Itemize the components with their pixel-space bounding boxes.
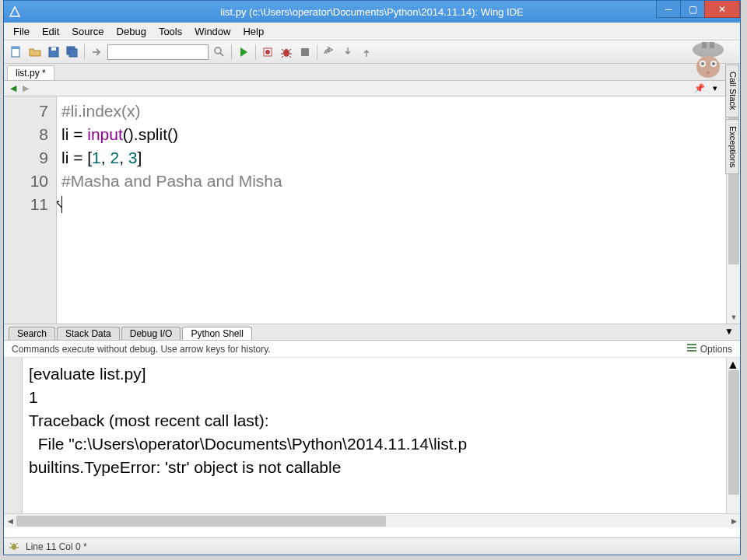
svg-point-11 xyxy=(693,42,724,58)
titlebar: list.py (c:\Users\operator\Documents\Pyt… xyxy=(4,1,740,23)
maximize-button[interactable]: ▢ xyxy=(680,1,705,18)
nav-forward-button[interactable]: ▶ xyxy=(19,82,32,95)
stop-button[interactable] xyxy=(296,44,314,61)
menu-file[interactable]: File xyxy=(7,24,36,39)
search-input[interactable] xyxy=(107,44,209,60)
options-button[interactable]: Options xyxy=(700,344,732,355)
svg-rect-19 xyxy=(687,344,696,345)
shell-vertical-scrollbar[interactable]: ▲ ▼ xyxy=(726,358,740,513)
bottom-tab-stack-data[interactable]: Stack Data xyxy=(57,327,120,340)
svg-point-6 xyxy=(215,47,221,54)
toolbar xyxy=(4,40,740,64)
side-tab-call-stack[interactable]: Call Stack xyxy=(725,65,739,117)
bottom-tabs: SearchStack DataDebug I/OPython Shell▼ xyxy=(4,324,740,341)
svg-rect-20 xyxy=(687,347,696,348)
svg-rect-13 xyxy=(710,42,714,48)
step-over-button[interactable] xyxy=(321,44,338,61)
svg-rect-3 xyxy=(51,47,56,51)
window-title: list.py (c:\Users\operator\Documents\Pyt… xyxy=(4,6,740,18)
minimize-button[interactable]: ─ xyxy=(656,1,681,18)
menu-tools[interactable]: Tools xyxy=(153,24,188,39)
shell-gutter xyxy=(4,358,23,513)
open-file-button[interactable] xyxy=(26,44,44,61)
debug-bug-button[interactable] xyxy=(278,44,295,61)
step-out-button[interactable] xyxy=(358,44,375,61)
bottom-tab-python-shell[interactable]: Python Shell xyxy=(182,327,251,340)
close-button[interactable]: ✕ xyxy=(704,1,740,18)
file-tab-listpy[interactable]: list.py * xyxy=(7,65,54,80)
svg-point-8 xyxy=(265,50,270,54)
dropdown-icon[interactable]: ▾ xyxy=(709,82,721,95)
new-file-button[interactable] xyxy=(8,44,25,61)
pin-icon[interactable]: 📌 xyxy=(693,82,706,95)
line-number-gutter: 7891011 xyxy=(4,96,57,324)
menubar: FileEditSourceDebugToolsWindowHelp xyxy=(4,23,740,40)
nav-back-button[interactable]: ◀ xyxy=(7,82,19,95)
collapse-bottom-icon[interactable]: ▼ xyxy=(724,326,734,337)
main-window: list.py (c:\Users\operator\Documents\Pyt… xyxy=(3,0,741,555)
save-all-button[interactable] xyxy=(64,44,81,61)
status-bug-icon xyxy=(9,541,21,553)
menu-debug[interactable]: Debug xyxy=(110,24,153,39)
options-icon[interactable] xyxy=(686,342,697,355)
search-button[interactable] xyxy=(211,44,228,61)
mouse-cursor-icon: ↖ xyxy=(57,193,64,216)
status-text: Line 11 Col 0 * xyxy=(26,541,87,552)
bottom-tab-debug-i-o[interactable]: Debug I/O xyxy=(121,327,181,340)
svg-rect-21 xyxy=(687,350,696,352)
svg-rect-12 xyxy=(702,42,707,48)
side-tab-exceptions[interactable]: Exceptions xyxy=(725,119,739,175)
step-into-button[interactable] xyxy=(339,44,356,61)
python-shell[interactable]: [evaluate list.py]1Traceback (most recen… xyxy=(23,358,726,513)
menu-source[interactable]: Source xyxy=(65,24,110,39)
menu-edit[interactable]: Edit xyxy=(36,24,65,39)
debug-button[interactable] xyxy=(259,44,276,61)
svg-rect-5 xyxy=(69,49,77,57)
svg-rect-1 xyxy=(12,47,19,49)
goto-button[interactable] xyxy=(88,44,105,61)
svg-point-9 xyxy=(283,49,289,57)
svg-point-22 xyxy=(12,544,16,550)
shell-info-bar: Commands execute without debug. Use arro… xyxy=(4,341,740,358)
statusbar: Line 11 Col 0 * xyxy=(4,537,740,555)
run-button[interactable] xyxy=(235,44,252,61)
shell-hint-text: Commands execute without debug. Use arro… xyxy=(12,344,271,355)
bottom-tab-search[interactable]: Search xyxy=(9,327,55,340)
menu-window[interactable]: Window xyxy=(188,24,237,39)
svg-rect-10 xyxy=(301,48,309,56)
shell-horizontal-scrollbar[interactable]: ◀ ▶ xyxy=(4,513,740,527)
file-tabs: list.py * xyxy=(4,64,740,81)
editor-nav-row: ◀ ▶ 📌 ▾ ✕ xyxy=(4,81,740,96)
save-button[interactable] xyxy=(45,44,62,61)
menu-help[interactable]: Help xyxy=(237,24,270,39)
code-editor[interactable]: ↖ #li.index(x)li = input().split()li = [… xyxy=(57,96,726,324)
